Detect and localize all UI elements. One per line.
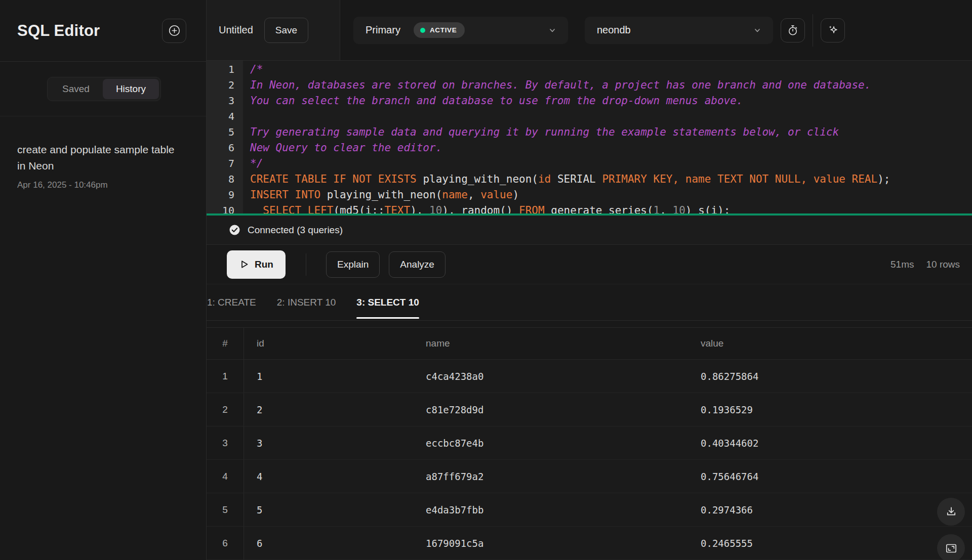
chevron-down-icon [752, 25, 763, 36]
cell-name: a87ff679a2 [413, 460, 688, 493]
line-number: 1 [207, 62, 234, 77]
result-tab-select[interactable]: 3: SELECT 10 [356, 284, 419, 320]
code-line: In Neon, databases are stored on branche… [250, 77, 972, 93]
sidebar-header: SQL Editor [0, 0, 206, 62]
query-duration: 51ms [890, 259, 914, 270]
column-header-name: name [413, 328, 688, 359]
sql-editor-app: SQL Editor Saved History create and popu… [0, 0, 972, 560]
sparkles-icon [826, 23, 840, 37]
line-number: 9 [207, 187, 234, 203]
topbar: Untitled Save Primary ACTIVE [207, 0, 972, 61]
active-status-dot [420, 28, 425, 33]
tab-saved[interactable]: Saved [49, 79, 103, 99]
cell-name: c4ca4238a0 [413, 360, 688, 393]
run-button-label: Run [255, 259, 273, 270]
branch-name: Primary [366, 24, 400, 36]
cell-rownum: 3 [207, 426, 244, 459]
saved-history-toggle: Saved History [47, 77, 161, 101]
table-row: 44a87ff679a20.75646764 [207, 460, 972, 493]
code-line [250, 109, 972, 124]
column-header-value: value [688, 328, 972, 359]
cell-value: 0.75646764 [688, 460, 972, 493]
cell-rownum: 2 [207, 393, 244, 426]
column-header-id: id [244, 328, 413, 359]
result-tab-insert[interactable]: 2: INSERT 10 [277, 284, 336, 320]
branch-selector[interactable]: Primary ACTIVE [353, 17, 568, 44]
cell-value: 0.40344602 [688, 426, 972, 459]
query-name: Untitled [219, 24, 253, 36]
code-line: New Query to clear the editor. [250, 140, 972, 156]
table-row: 33eccbc87e4b0.40344602 [207, 426, 972, 460]
ai-assist-button[interactable] [821, 18, 845, 42]
topbar-controls: Primary ACTIVE neondb [340, 0, 972, 60]
explain-button[interactable]: Explain [326, 251, 380, 278]
actions-divider [306, 253, 306, 276]
cell-value: 0.2465555 [688, 527, 972, 559]
cell-value: 0.2974366 [688, 493, 972, 526]
cell-id: 5 [244, 493, 413, 526]
cell-value: 0.86275864 [688, 360, 972, 393]
result-tab-create[interactable]: 1: CREATE [207, 284, 256, 320]
query-tab[interactable]: Untitled Save [207, 0, 340, 60]
table-row: 22c81e728d9d0.1936529 [207, 393, 972, 426]
table-row: 55e4da3b7fbb0.2974366 [207, 493, 972, 527]
cell-id: 4 [244, 460, 413, 493]
new-query-button[interactable] [162, 19, 186, 43]
cell-name: 1679091c5a [413, 527, 688, 559]
main-pane: Untitled Save Primary ACTIVE [207, 0, 972, 560]
results-table-header: # id name value [207, 327, 972, 360]
code-line: CREATE TABLE IF NOT EXISTS playing_with_… [250, 171, 972, 187]
plus-circle-icon [168, 24, 181, 37]
fullscreen-icon [945, 542, 958, 555]
cell-rownum: 5 [207, 493, 244, 526]
database-name: neondb [597, 24, 631, 36]
actions-row: Run Explain Analyze 51ms 10 rows [207, 245, 972, 284]
cell-name: c81e728d9d [413, 393, 688, 426]
editor-gutter: 12345678910 [207, 61, 243, 216]
line-number: 8 [207, 171, 234, 187]
query-timing-button[interactable] [781, 18, 805, 42]
executed-query-highlight [207, 213, 972, 216]
table-row: 11c4ca4238a00.86275864 [207, 360, 972, 393]
download-icon [945, 505, 958, 519]
cell-name: e4da3b7fbb [413, 493, 688, 526]
history-item-title: create and populate sample table in Neon [17, 142, 175, 174]
line-number: 4 [207, 109, 234, 124]
results-table: # id name value 11c4ca4238a00.8627586422… [207, 327, 972, 560]
cell-rownum: 1 [207, 360, 244, 393]
sql-editor-area[interactable]: 12345678910 /*In Neon, databases are sto… [207, 61, 972, 216]
run-button[interactable]: Run [227, 250, 286, 279]
check-circle-icon [229, 224, 240, 236]
code-line: /* [250, 62, 972, 77]
analyze-button[interactable]: Analyze [389, 251, 446, 278]
chevron-down-icon [547, 25, 558, 36]
column-header-rownum: # [207, 328, 244, 359]
play-icon [239, 259, 250, 270]
branch-status-label: ACTIVE [430, 26, 457, 34]
editor-code: /*In Neon, databases are stored on branc… [243, 61, 972, 216]
table-row: 661679091c5a0.2465555 [207, 527, 972, 560]
database-selector[interactable]: neondb [585, 17, 773, 44]
results-table-body: 11c4ca4238a00.8627586422c81e728d9d0.1936… [207, 360, 972, 560]
cell-id: 1 [244, 360, 413, 393]
line-number: 5 [207, 124, 234, 140]
expand-results-button[interactable] [937, 534, 965, 560]
code-line: Try generating sample data and querying … [250, 124, 972, 140]
page-title: SQL Editor [17, 22, 100, 40]
save-button[interactable]: Save [264, 18, 308, 43]
branch-status-badge: ACTIVE [414, 22, 465, 38]
result-tabs: 1: CREATE 2: INSERT 10 3: SELECT 10 [207, 284, 972, 321]
connection-status-label: Connected (3 queries) [248, 225, 343, 236]
cell-id: 2 [244, 393, 413, 426]
sidebar-tabs-row: Saved History [0, 62, 206, 116]
history-item-timestamp: Apr 16, 2025 - 10:46pm [17, 180, 189, 190]
topbar-divider [813, 14, 813, 47]
download-results-button[interactable] [937, 498, 965, 526]
tab-history[interactable]: History [103, 79, 159, 99]
line-number: 7 [207, 156, 234, 171]
stopwatch-icon [786, 24, 799, 37]
code-line: */ [250, 156, 972, 171]
cell-name: eccbc87e4b [413, 426, 688, 459]
query-row-count: 10 rows [926, 259, 960, 270]
history-list-item[interactable]: create and populate sample table in Neon… [0, 116, 206, 190]
